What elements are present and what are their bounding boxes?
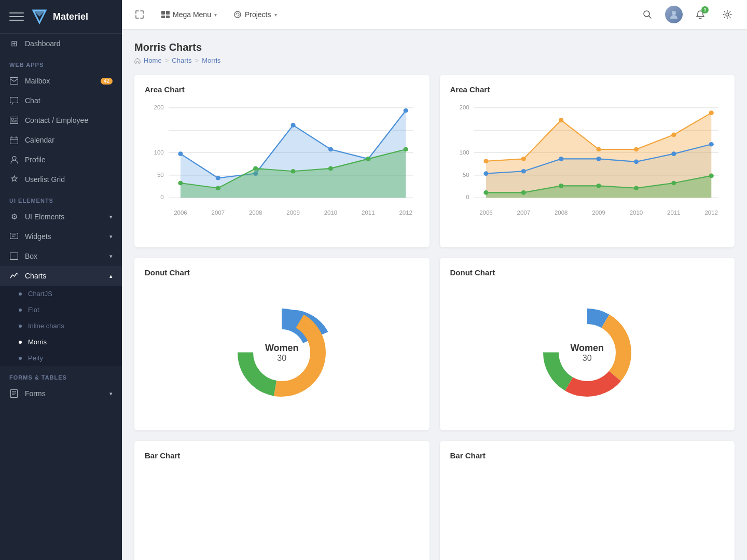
- donut-2-value: 30: [570, 354, 604, 363]
- sidebar-item-box[interactable]: Box ▾: [0, 246, 122, 266]
- search-button[interactable]: [638, 5, 657, 24]
- svg-text:2011: 2011: [667, 209, 681, 216]
- donut-1-label: Women: [265, 343, 299, 354]
- sidebar-item-charts[interactable]: Charts ▴: [0, 266, 122, 286]
- sub-item-label: Morris: [28, 338, 47, 346]
- sidebar-item-contact-employee[interactable]: Contact / Employee: [0, 110, 122, 130]
- svg-point-11: [12, 157, 16, 160]
- svg-point-52: [404, 108, 408, 113]
- svg-point-47: [216, 176, 220, 180]
- sidebar-item-dashboard[interactable]: ⊞ Dashboard: [0, 34, 122, 53]
- bar-chart-1-title: Bar Chart: [145, 451, 419, 460]
- svg-point-24: [234, 11, 241, 18]
- sub-item-chartjs[interactable]: ChartJS: [0, 286, 122, 302]
- topbar: Mega Menu ▾ Projects ▾ 3: [122, 0, 747, 29]
- sidebar-item-ui-elements[interactable]: ⚙ UI Elements ▾: [0, 207, 122, 227]
- notification-count: 3: [701, 6, 709, 13]
- svg-point-89: [596, 157, 601, 161]
- mega-menu-icon: [161, 11, 170, 18]
- sub-item-label: Peity: [28, 354, 43, 362]
- svg-rect-16: [11, 390, 18, 398]
- svg-rect-23: [166, 16, 170, 18]
- expand-button[interactable]: [132, 7, 147, 22]
- svg-text:2011: 2011: [362, 209, 375, 216]
- userlist-icon: [9, 175, 19, 184]
- settings-button[interactable]: [718, 5, 737, 24]
- sidebar-item-calendar[interactable]: Calendar: [0, 130, 122, 150]
- svg-point-56: [253, 166, 258, 171]
- donut-wrapper-2: Women 30: [535, 301, 639, 404]
- sidebar-item-chat[interactable]: Chat: [0, 91, 122, 110]
- box-icon: [9, 251, 19, 261]
- mega-menu-button[interactable]: Mega Menu ▾: [155, 7, 223, 22]
- projects-arrow: ▾: [274, 12, 277, 18]
- svg-text:2006: 2006: [479, 209, 493, 216]
- sidebar-item-label: Box: [25, 252, 37, 260]
- sub-item-peity[interactable]: Peity: [0, 350, 122, 366]
- user-avatar[interactable]: [665, 6, 683, 23]
- calendar-icon: [9, 135, 19, 145]
- area-chart-2: 200 100 50 0 2006 2007 2008 2009 2010 20…: [450, 102, 725, 237]
- svg-point-80: [559, 118, 563, 122]
- donut-chart-2-title: Donut Chart: [450, 268, 725, 277]
- sidebar-item-userlist-grid[interactable]: Userlist Grid: [0, 170, 122, 189]
- svg-point-95: [521, 190, 525, 195]
- donut-2-center: Women 30: [570, 343, 604, 363]
- donut-chart-1-title: Donut Chart: [145, 268, 419, 277]
- svg-rect-7: [10, 137, 18, 144]
- svg-text:200: 200: [154, 104, 164, 110]
- area-chart-1-title: Area Chart: [145, 85, 419, 94]
- notifications-button[interactable]: 3: [691, 5, 710, 24]
- svg-point-99: [671, 181, 676, 186]
- svg-rect-12: [10, 233, 18, 239]
- svg-point-91: [671, 151, 676, 156]
- bar-chart-2: Bar chart content loading...: [450, 468, 725, 560]
- svg-point-28: [726, 13, 729, 16]
- box-arrow: ▾: [109, 253, 113, 260]
- main-area: Mega Menu ▾ Projects ▾ 3: [122, 0, 747, 560]
- sidebar-item-mailbox[interactable]: Mailbox 42: [0, 71, 122, 91]
- profile-icon: [9, 155, 19, 164]
- svg-point-97: [596, 184, 601, 188]
- sub-item-inline-charts[interactable]: Inline charts: [0, 318, 122, 334]
- sidebar-item-widgets[interactable]: Widgets ▾: [0, 227, 122, 246]
- svg-point-90: [633, 160, 638, 164]
- breadcrumb: Home > Charts > Morris: [134, 57, 735, 64]
- svg-point-50: [328, 147, 333, 152]
- sidebar-item-profile[interactable]: Profile: [0, 150, 122, 170]
- projects-button[interactable]: Projects ▾: [227, 7, 283, 22]
- sub-item-morris[interactable]: Morris: [0, 334, 122, 350]
- breadcrumb-home[interactable]: Home: [144, 57, 162, 64]
- sub-item-flot[interactable]: Flot: [0, 302, 122, 318]
- sub-item-label: Flot: [28, 306, 39, 314]
- svg-point-86: [483, 171, 488, 176]
- forms-icon: [9, 389, 19, 398]
- sidebar-item-label: Calendar: [25, 136, 54, 144]
- sidebar-item-label: Contact / Employee: [25, 116, 88, 124]
- donut-1-center: Women 30: [265, 343, 299, 363]
- flot-dot: [19, 309, 22, 312]
- charts-icon: [9, 271, 19, 281]
- bar-chart-2-card: Bar Chart Bar chart content loading...: [440, 441, 735, 560]
- breadcrumb-sep2: >: [195, 57, 199, 64]
- breadcrumb-sep1: >: [165, 57, 169, 64]
- breadcrumb-charts[interactable]: Charts: [172, 57, 191, 64]
- area-chart-2-card: Area Chart 200 100 50 0: [440, 75, 735, 247]
- svg-point-54: [178, 181, 183, 186]
- home-icon: [134, 58, 141, 64]
- area-chart-2-title: Area Chart: [450, 85, 725, 94]
- projects-label: Projects: [245, 10, 271, 19]
- mega-menu-arrow: ▾: [214, 12, 217, 18]
- svg-point-58: [328, 166, 333, 171]
- widgets-arrow: ▾: [109, 233, 113, 240]
- hamburger-button[interactable]: [9, 9, 24, 24]
- svg-point-27: [672, 11, 676, 15]
- sidebar-item-label: Forms: [25, 389, 46, 398]
- svg-text:2007: 2007: [212, 209, 225, 216]
- svg-text:50: 50: [462, 172, 469, 178]
- svg-point-81: [596, 147, 601, 152]
- sidebar-item-forms[interactable]: Forms ▾: [0, 384, 122, 403]
- svg-text:2009: 2009: [592, 209, 605, 216]
- svg-point-98: [633, 186, 638, 190]
- svg-rect-20: [161, 11, 165, 15]
